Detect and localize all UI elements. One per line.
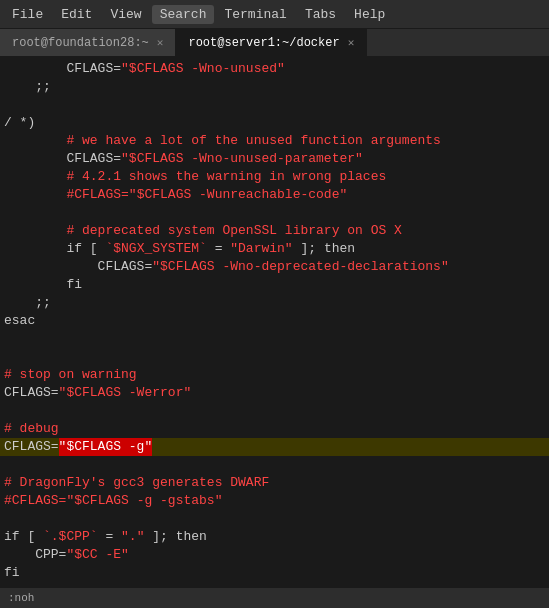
code-line-9 — [0, 204, 549, 222]
tab-foundation[interactable]: root@foundation28:~ ✕ — [0, 29, 176, 56]
tab-foundation-close[interactable]: ✕ — [157, 36, 164, 49]
code-line-20 — [0, 402, 549, 420]
code-line-8: #CFLAGS="$CFLAGS -Wunreachable-code" — [0, 186, 549, 204]
menu-help[interactable]: Help — [346, 5, 393, 24]
code-line-12: CFLAGS="$CFLAGS -Wno-deprecated-declarat… — [0, 258, 549, 276]
code-line-19: CFLAGS="$CFLAGS -Werror" — [0, 384, 549, 402]
code-line-6: CFLAGS="$CFLAGS -Wno-unused-parameter" — [0, 150, 549, 168]
code-line-21: # debug — [0, 420, 549, 438]
code-line-5: # we have a lot of the unused function a… — [0, 132, 549, 150]
code-line-18: # stop on warning — [0, 366, 549, 384]
code-line-7: # 4.2.1 shows the warning in wrong place… — [0, 168, 549, 186]
code-line-25: #CFLAGS="$CFLAGS -g -gstabs" — [0, 492, 549, 510]
menu-edit[interactable]: Edit — [53, 5, 100, 24]
tab-foundation-label: root@foundation28:~ — [12, 36, 149, 50]
code-line-23 — [0, 456, 549, 474]
tab-server1-label: root@server1:~/docker — [188, 36, 339, 50]
menu-bar: File Edit View Search Terminal Tabs Help — [0, 0, 549, 28]
status-text: :noh — [8, 592, 34, 604]
menu-search[interactable]: Search — [152, 5, 215, 24]
code-line-17 — [0, 348, 549, 366]
code-line-28: CPP="$CC -E" — [0, 546, 549, 564]
menu-file[interactable]: File — [4, 5, 51, 24]
code-line-11: if [ `$NGX_SYSTEM` = "Darwin" ]; then — [0, 240, 549, 258]
code-line-27: if [ `.$CPP` = "." ]; then — [0, 528, 549, 546]
code-line-3 — [0, 96, 549, 114]
code-line-22-highlighted: CFLAGS="$CFLAGS -g" — [0, 438, 549, 456]
tab-bar: root@foundation28:~ ✕ root@server1:~/doc… — [0, 28, 549, 56]
code-line-2: ;; — [0, 78, 549, 96]
menu-view[interactable]: View — [102, 5, 149, 24]
code-line-14: ;; — [0, 294, 549, 312]
code-line-1: CFLAGS="$CFLAGS -Wno-unused" — [0, 60, 549, 78]
code-line-24: # DragonFly's gcc3 generates DWARF — [0, 474, 549, 492]
code-line-15: esac — [0, 312, 549, 330]
menu-tabs[interactable]: Tabs — [297, 5, 344, 24]
code-content: CFLAGS="$CFLAGS -Wno-unused" ;; / *) # w… — [0, 56, 549, 588]
menu-terminal[interactable]: Terminal — [216, 5, 294, 24]
tab-server1-close[interactable]: ✕ — [348, 36, 355, 49]
status-bar: :noh — [0, 588, 549, 608]
code-line-4: / *) — [0, 114, 549, 132]
tab-server1[interactable]: root@server1:~/docker ✕ — [176, 29, 367, 56]
code-line-10: # deprecated system OpenSSL library on O… — [0, 222, 549, 240]
code-area[interactable]: CFLAGS="$CFLAGS -Wno-unused" ;; / *) # w… — [0, 56, 549, 588]
code-line-26 — [0, 510, 549, 528]
code-line-29: fi — [0, 564, 549, 582]
code-line-16 — [0, 330, 549, 348]
code-line-13: fi — [0, 276, 549, 294]
